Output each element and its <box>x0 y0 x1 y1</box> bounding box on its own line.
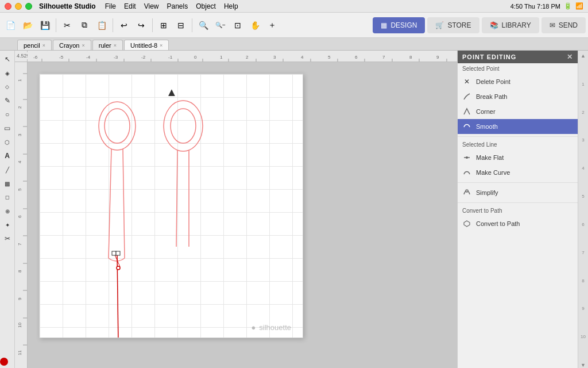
selected-line-section: Selected Line <box>458 139 578 150</box>
menu-object[interactable]: Object <box>196 2 216 10</box>
simplify-button[interactable]: Simplify <box>458 185 578 200</box>
menu-items: File Edit View Panels Object Help <box>105 2 238 10</box>
ungroup-button[interactable]: ⊟ <box>173 17 189 33</box>
direct-select-tool[interactable]: ◈ <box>1 67 14 79</box>
time-display: 4:50 Thu 7:18 PM <box>510 3 560 10</box>
redo-button[interactable]: ↪ <box>133 17 149 33</box>
hand-tool[interactable]: ✦ <box>1 218 14 231</box>
svg-point-63 <box>117 266 120 270</box>
add-button[interactable]: ＋ <box>264 17 280 33</box>
main-area: ↖ ◈ ◇ ✎ ○ ▭ ⬡ A ╱ ▩ ◻ ⊕ ✦ ✂ 4.529 × 5.21… <box>0 51 588 368</box>
ellipse-tool[interactable]: ○ <box>1 108 14 121</box>
break-path-button[interactable]: Break Path <box>458 89 578 104</box>
design-icon: ▦ <box>381 21 387 29</box>
canvas-area[interactable]: 4.529 × 5.211 -6 -5 -4 -3 -2 -1 0 1 2 3 … <box>15 51 457 368</box>
menu-view[interactable]: View <box>144 2 159 10</box>
far-right-7: 7 <box>582 250 584 255</box>
simplify-label: Simplify <box>476 189 498 196</box>
tab-ruler[interactable]: ruler × <box>92 40 123 50</box>
menubar: Silhouette Studio File Edit View Panels … <box>0 0 588 13</box>
node-tool[interactable]: ◇ <box>1 80 14 93</box>
zoom-tool[interactable]: ⊕ <box>1 205 14 217</box>
ruler-horizontal: -6 -5 -4 -3 -2 -1 0 1 2 3 4 5 6 7 8 9 <box>28 51 457 62</box>
new-button[interactable]: 📄 <box>2 17 18 33</box>
svg-text:3: 3 <box>273 55 276 60</box>
divider-1 <box>458 136 578 137</box>
canvas-up-arrow[interactable]: ▲ <box>166 86 177 99</box>
copy-button[interactable]: ⧉ <box>76 17 92 33</box>
zoom-in-button[interactable]: 🔍 <box>195 17 211 33</box>
svg-text:1: 1 <box>17 79 22 82</box>
menu-file[interactable]: File <box>105 2 116 10</box>
eraser-tool[interactable]: ◻ <box>1 191 14 204</box>
tab-crayon[interactable]: Crayon × <box>53 40 91 50</box>
sep3 <box>152 18 153 32</box>
close-button[interactable] <box>5 3 11 10</box>
tab-untitled8-close[interactable]: × <box>160 43 163 48</box>
send-icon: ✉ <box>550 21 555 29</box>
delete-point-label: Delete Point <box>476 78 510 85</box>
menu-edit[interactable]: Edit <box>124 2 136 10</box>
panel-close-button[interactable]: ✕ <box>567 53 573 61</box>
move-tool[interactable]: ✋ <box>247 17 263 33</box>
svg-text:3: 3 <box>17 133 22 136</box>
draw-tool[interactable]: ✎ <box>1 94 14 107</box>
make-flat-button[interactable]: Make Flat <box>458 150 578 165</box>
delete-point-button[interactable]: ✕ Delete Point <box>458 74 578 89</box>
tab-pencil[interactable]: pencil × <box>17 40 52 50</box>
simplify-icon <box>462 188 471 197</box>
maximize-button[interactable] <box>25 3 32 10</box>
menu-help[interactable]: Help <box>224 2 238 10</box>
page-canvas[interactable]: ▲ ● silhouette <box>39 74 303 338</box>
tab-untitled8[interactable]: Untitled-8 × <box>124 40 169 50</box>
convert-to-path-button[interactable]: Convert to Path <box>458 216 578 231</box>
watermark: ● silhouette <box>251 323 291 332</box>
convert-to-path-icon <box>462 219 471 228</box>
minimize-button[interactable] <box>15 3 22 10</box>
tabbar: pencil × Crayon × ruler × Untitled-8 × <box>0 38 588 51</box>
make-curve-label: Make Curve <box>476 169 510 176</box>
undo-button[interactable]: ↩ <box>116 17 132 33</box>
zoom-out-button[interactable]: 🔍− <box>212 17 229 33</box>
corner-button[interactable]: Corner <box>458 104 578 119</box>
nav-tabs: ▦ DESIGN 🛒 STORE 📚 LIBRARY ✉ SEND <box>373 17 586 33</box>
make-curve-button[interactable]: Make Curve <box>458 165 578 180</box>
corner-label: Corner <box>476 108 496 115</box>
design-button[interactable]: ▦ DESIGN <box>373 17 425 33</box>
panel-title: POINT EDITING <box>462 53 516 60</box>
line-tool[interactable]: ╱ <box>1 163 14 176</box>
text-tool[interactable]: A <box>1 150 14 162</box>
rect-tool[interactable]: ▭ <box>1 122 14 135</box>
left-toolbar: ↖ ◈ ◇ ✎ ○ ▭ ⬡ A ╱ ▩ ◻ ⊕ ✦ ✂ <box>0 51 15 368</box>
select-tool[interactable]: ↖ <box>1 53 14 66</box>
polygon-tool[interactable]: ⬡ <box>1 136 14 148</box>
save-button[interactable]: 💾 <box>37 17 53 33</box>
fill-tool[interactable]: ▩ <box>1 177 14 190</box>
divider-2 <box>458 182 578 183</box>
store-button[interactable]: 🛒 STORE <box>427 17 479 33</box>
svg-text:-5: -5 <box>59 55 64 60</box>
knife-tool[interactable]: ✂ <box>1 232 14 245</box>
zoom-fit-button[interactable]: ⊡ <box>230 17 246 33</box>
group-button[interactable]: ⊞ <box>156 17 172 33</box>
svg-text:-2: -2 <box>141 55 146 60</box>
paste-button[interactable]: 📋 <box>94 17 110 33</box>
svg-text:4: 4 <box>301 55 304 60</box>
cut-button[interactable]: ✂ <box>59 17 75 33</box>
send-button[interactable]: ✉ SEND <box>541 17 586 33</box>
far-right-10: 10 <box>581 334 586 339</box>
library-button[interactable]: 📚 LIBRARY <box>482 17 539 33</box>
menu-panels[interactable]: Panels <box>167 2 188 10</box>
open-button[interactable]: 📂 <box>20 17 36 33</box>
delete-point-icon: ✕ <box>462 77 471 86</box>
make-flat-label: Make Flat <box>476 154 504 161</box>
tab-pencil-close[interactable]: × <box>42 43 45 48</box>
app-name: Silhouette Studio <box>39 2 96 10</box>
far-right-panel: ▲ 1 2 3 4 5 6 7 8 9 10 ▼ <box>578 51 588 368</box>
right-panel: POINT EDITING ✕ Selected Point ✕ Delete … <box>457 51 578 368</box>
tab-crayon-close[interactable]: × <box>82 43 84 48</box>
tab-ruler-close[interactable]: × <box>114 43 117 48</box>
traffic-lights <box>5 3 32 10</box>
red-indicator <box>0 358 8 366</box>
smooth-button[interactable]: Smooth <box>458 119 578 134</box>
